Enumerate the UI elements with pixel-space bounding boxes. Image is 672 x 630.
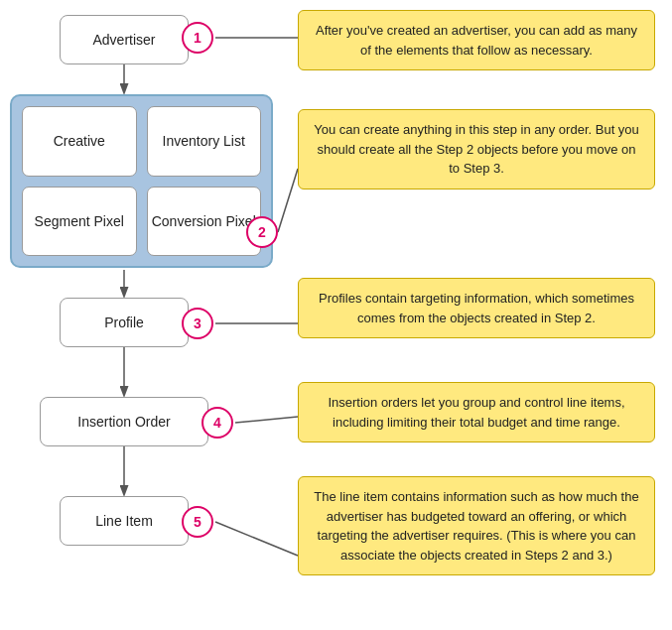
creative-node: Creative <box>22 106 137 177</box>
advertiser-node: Advertiser <box>60 15 189 64</box>
diagram: Advertiser Creative Inventory List Segme… <box>0 0 672 630</box>
tip-3-text: Profiles contain targeting information, … <box>319 291 634 325</box>
insertion-order-label: Insertion Order <box>77 414 170 430</box>
svg-line-6 <box>278 169 298 232</box>
step2-box: Creative Inventory List Segment Pixel Co… <box>10 94 273 268</box>
badge-2: 2 <box>246 216 278 248</box>
tip-5-text: The line item contains information such … <box>314 489 638 563</box>
conversion-pixel-label: Conversion Pixel <box>152 213 256 229</box>
tip-4: Insertion orders let you group and contr… <box>298 382 655 442</box>
inventory-list-label: Inventory List <box>163 133 245 149</box>
svg-line-8 <box>235 417 298 423</box>
badge-5: 5 <box>182 506 213 538</box>
badge-1-label: 1 <box>194 30 202 46</box>
tip-2: You can create anything in this step in … <box>298 109 655 189</box>
badge-1: 1 <box>182 22 213 54</box>
line-item-node: Line Item <box>60 496 189 546</box>
tip-3: Profiles contain targeting information, … <box>298 278 655 338</box>
badge-4: 4 <box>202 407 233 439</box>
conversion-pixel-node: Conversion Pixel <box>147 187 262 257</box>
tip-4-text: Insertion orders let you group and contr… <box>328 395 624 430</box>
tip-1: After you've created an advertiser, you … <box>298 10 655 70</box>
svg-line-9 <box>215 522 298 556</box>
creative-label: Creative <box>54 133 105 149</box>
badge-3: 3 <box>182 308 213 339</box>
profile-label: Profile <box>104 315 144 330</box>
insertion-order-node: Insertion Order <box>40 397 208 446</box>
segment-pixel-label: Segment Pixel <box>35 213 124 229</box>
inventory-list-node: Inventory List <box>147 106 262 177</box>
badge-2-label: 2 <box>258 224 266 240</box>
segment-pixel-node: Segment Pixel <box>22 187 137 257</box>
advertiser-label: Advertiser <box>92 32 155 48</box>
tip-2-text: You can create anything in this step in … <box>314 122 639 176</box>
line-item-label: Line Item <box>95 513 153 529</box>
profile-node: Profile <box>60 298 189 347</box>
badge-3-label: 3 <box>194 315 202 331</box>
badge-4-label: 4 <box>213 415 221 431</box>
tip-1-text: After you've created an advertiser, you … <box>316 23 637 58</box>
badge-5-label: 5 <box>194 514 202 530</box>
tip-5: The line item contains information such … <box>298 476 655 575</box>
